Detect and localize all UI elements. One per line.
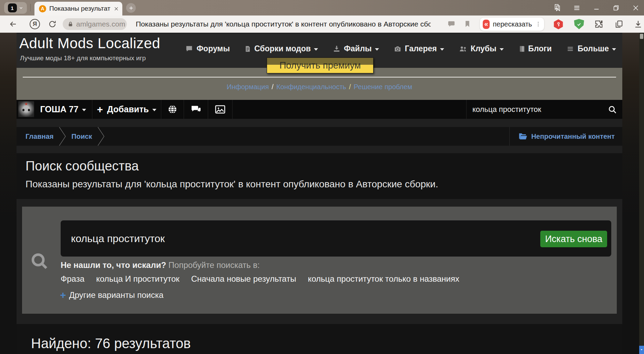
unread-content-label: Непрочитанный контент [531, 133, 615, 140]
header-search-input[interactable] [467, 105, 591, 114]
search-results-header-panel: Поиск сообщества Показаны результаты для… [17, 153, 622, 199]
nav-clubs[interactable]: Клубы [459, 44, 504, 53]
more-options-dots-icon[interactable] [535, 20, 541, 28]
new-tab-button[interactable] [126, 3, 136, 13]
search-query-input[interactable] [61, 220, 509, 257]
caret-down-icon [152, 109, 156, 111]
option-newest-first[interactable]: Сначала новые результаты [191, 274, 296, 284]
address-bar: Я amlgames.com Показаны результаты для '… [0, 15, 644, 33]
active-tab[interactable]: A Показаны результаты д [34, 2, 122, 15]
link-problem-solving[interactable]: Решение проблем [354, 83, 412, 91]
link-information[interactable]: Информация [227, 83, 269, 91]
add-content-button[interactable]: + Добавить [92, 100, 161, 119]
avatar[interactable] [18, 101, 34, 117]
more-search-options-link[interactable]: + Другие варианты поиска [60, 290, 163, 300]
breadcrumb-home[interactable]: Главная [25, 133, 53, 140]
nav-label: Файлы [344, 44, 372, 53]
user-bar: ГОША 77 + Добавить [17, 100, 622, 119]
nav-forums[interactable]: Форумы [185, 44, 230, 53]
quote-icon: « [483, 20, 490, 29]
url-pill[interactable]: amlgames.com [63, 18, 127, 30]
chevron-down-icon [19, 6, 23, 10]
header-links-row: Информация/Конфиденциальность/Решение пр… [17, 83, 622, 91]
speech-bubble-icon [185, 45, 193, 53]
page-scrollbar[interactable] [639, 33, 644, 354]
yandex-services-button[interactable]: Я [30, 19, 40, 29]
lock-icon [68, 21, 73, 27]
web-page: Adult Mods Localized Лучшие моды 18+ для… [0, 33, 639, 354]
comments-icon[interactable] [447, 20, 456, 28]
search-box: Искать снова [61, 220, 611, 257]
tab-groups-icon[interactable] [614, 19, 624, 29]
page-heading: Поиск сообщества [25, 159, 139, 174]
open-folder-icon [519, 133, 528, 140]
url-text: amlgames.com [76, 20, 125, 28]
search-again-button[interactable]: Искать снова [540, 231, 607, 247]
user-menu[interactable]: ГОША 77 [34, 100, 92, 119]
window-minimize-button[interactable] [592, 4, 601, 12]
userbar-spacer [233, 100, 466, 119]
site-tagline: Лучшие моды 18+ для компьютерных игр [20, 54, 146, 62]
retell-label: пересказать [493, 20, 532, 28]
separator: / [349, 83, 351, 91]
caret-down-icon [500, 48, 504, 51]
get-premium-button[interactable]: Получить премиум [267, 58, 374, 73]
site-container: Adult Mods Localized Лучшие моды 18+ для… [17, 33, 622, 354]
search-hint: Не нашли то, что искали? Попробуйте поис… [61, 260, 260, 270]
search-options-row: Фраза кольца И проституток Сначала новые… [61, 274, 459, 284]
header-search[interactable] [466, 100, 622, 119]
document-icon [244, 45, 251, 53]
main-nav: Форумы Сборки модов Файлы [185, 44, 616, 53]
book-icon [518, 45, 525, 53]
nav-label: Блоги [528, 44, 552, 53]
tab-title: Показаны результаты д [49, 5, 111, 12]
get-premium-label: Получить премиум [279, 60, 361, 71]
nav-files[interactable]: Файлы [333, 44, 379, 53]
unread-content-link[interactable]: Непрочитанный контент [509, 127, 622, 146]
scrollbar-thumb[interactable] [640, 34, 643, 39]
search-icon[interactable] [608, 105, 617, 114]
option-phrase[interactable]: Фраза [61, 274, 84, 284]
plus-icon: + [97, 104, 103, 115]
nav-more[interactable]: Больше [566, 44, 616, 53]
side-panels-icon[interactable] [553, 4, 561, 12]
protect-shield-icon[interactable] [574, 19, 584, 29]
nav-gallery[interactable]: Галерея [393, 44, 444, 53]
tab-separator [30, 4, 31, 11]
option-titles-only[interactable]: кольца проституток только в названиях [308, 274, 459, 284]
camera-icon [393, 45, 402, 53]
caret-down-icon [440, 48, 444, 51]
chat-bubbles-icon [191, 105, 201, 114]
browse-globe-button[interactable] [161, 100, 184, 119]
extensions-puzzle-icon[interactable] [594, 19, 604, 29]
link-privacy[interactable]: Конфиденциальность [276, 83, 346, 91]
nav-label: Больше [577, 44, 609, 53]
scroll-down-button[interactable] [639, 346, 644, 354]
messages-button[interactable] [184, 100, 208, 119]
window-close-button[interactable] [632, 4, 640, 12]
page-subheading: Показаны результаты для 'кольца проститу… [25, 179, 438, 190]
tab-group-button[interactable]: 1 [4, 2, 27, 14]
window-restore-button[interactable] [612, 4, 620, 12]
bookmark-icon[interactable] [464, 20, 471, 28]
search-section: Искать снова Не нашли то, что искали? По… [22, 207, 617, 314]
back-button[interactable] [9, 20, 17, 28]
downloads-icon[interactable] [633, 19, 643, 29]
browser-menu-icon[interactable] [573, 4, 581, 12]
caret-down-icon [314, 48, 318, 51]
refresh-button[interactable] [48, 20, 57, 28]
retell-button[interactable]: « пересказать [480, 17, 544, 31]
gallery-button[interactable] [208, 100, 233, 119]
site-title[interactable]: Adult Mods Localized [19, 35, 160, 52]
breadcrumb-search[interactable]: Поиск [71, 133, 92, 140]
tab-close-icon[interactable] [114, 6, 119, 11]
nav-mod-collections[interactable]: Сборки модов [244, 44, 318, 53]
people-icon [459, 45, 468, 53]
nav-label: Сборки модов [254, 44, 311, 53]
password-manager-icon[interactable] [553, 19, 563, 29]
nav-blogs[interactable]: Блоги [518, 44, 552, 53]
option-and-terms[interactable]: кольца И проституток [96, 274, 180, 284]
results-count-heading: Найдено: 76 результатов [31, 336, 191, 351]
download-icon [333, 45, 341, 53]
globe-icon [168, 105, 177, 114]
